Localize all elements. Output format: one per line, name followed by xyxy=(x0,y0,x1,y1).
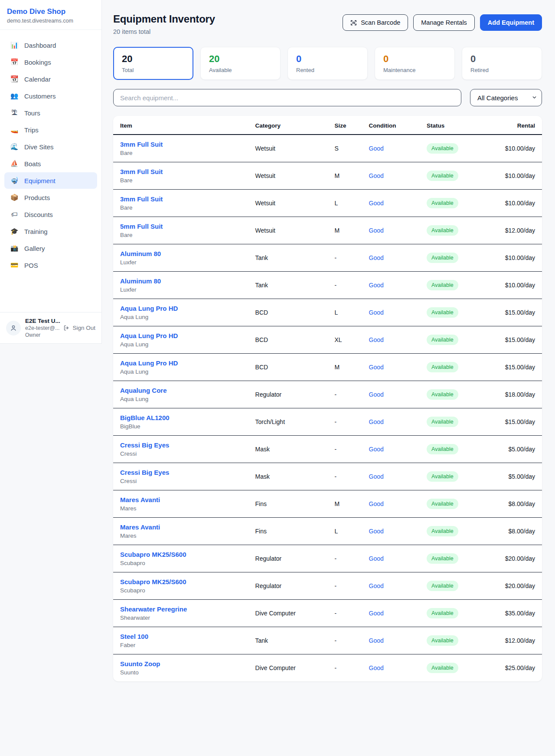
bookings-icon: 📅 xyxy=(10,58,19,66)
sidebar-item-label: Trips xyxy=(24,126,39,134)
item-link[interactable]: Aqua Lung Pro HD xyxy=(120,305,242,312)
item-link[interactable]: Cressi Big Eyes xyxy=(120,469,242,476)
sign-out-icon xyxy=(63,325,70,331)
size-cell: - xyxy=(328,436,362,463)
sidebar-item-gallery[interactable]: 📸Gallery xyxy=(4,240,97,256)
table-row: Aluminum 80LuxferTank-GoodAvailable$10.0… xyxy=(113,272,542,299)
products-icon: 📦 xyxy=(10,194,19,201)
item-link[interactable]: Shearwater Peregrine xyxy=(120,605,242,613)
condition-link[interactable]: Good xyxy=(362,600,420,627)
table-row: Aqua Lung Pro HDAqua LungBCDLGoodAvailab… xyxy=(113,299,542,326)
item-link[interactable]: Steel 100 xyxy=(120,633,242,640)
item-link[interactable]: Mares Avanti xyxy=(120,496,242,503)
sidebar-item-products[interactable]: 📦Products xyxy=(4,189,97,206)
status-cell: Available xyxy=(420,217,480,244)
table-row: Shearwater PeregrineShearwaterDive Compu… xyxy=(113,600,542,627)
sidebar-item-dashboard[interactable]: 📊Dashboard xyxy=(4,37,97,53)
column-header-category: Category xyxy=(248,116,328,135)
sidebar-item-tours[interactable]: 🏝Tours xyxy=(4,105,97,121)
sign-out-button[interactable]: Sign Out xyxy=(63,325,95,331)
rental-cell: $20.00/day xyxy=(480,572,542,600)
condition-link[interactable]: Good xyxy=(362,490,420,518)
condition-link[interactable]: Good xyxy=(362,272,420,299)
condition-link[interactable]: Good xyxy=(362,381,420,408)
category-cell: Torch/Light xyxy=(248,408,328,436)
rental-cell: $10.00/day xyxy=(480,272,542,299)
sidebar-item-bookings[interactable]: 📅Bookings xyxy=(4,54,97,70)
table-row: Aqua Lung Pro HDAqua LungBCDXLGoodAvaila… xyxy=(113,326,542,354)
item-link[interactable]: Aqua Lung Pro HD xyxy=(120,359,242,367)
condition-link[interactable]: Good xyxy=(362,190,420,217)
item-link[interactable]: Suunto Zoop xyxy=(120,660,242,667)
condition-link[interactable]: Good xyxy=(362,627,420,654)
sidebar-nav: 📊Dashboard📅Bookings📆Calendar👥Customers🏝T… xyxy=(0,30,101,312)
item-link[interactable]: 3mm Full Suit xyxy=(120,141,242,148)
equipment-table-card: ItemCategorySizeConditionStatusRental 3m… xyxy=(113,116,542,681)
item-link[interactable]: 3mm Full Suit xyxy=(120,195,242,203)
condition-link[interactable]: Good xyxy=(362,545,420,572)
condition-link[interactable]: Good xyxy=(362,518,420,545)
condition-link[interactable]: Good xyxy=(362,436,420,463)
item-link[interactable]: Aluminum 80 xyxy=(120,277,242,285)
sidebar-item-boats[interactable]: ⛵Boats xyxy=(4,155,97,172)
sidebar: Demo Dive Shop demo.test.divestreams.com… xyxy=(0,0,102,344)
table-row: Aqualung CoreAqua LungRegulator-GoodAvai… xyxy=(113,381,542,408)
category-cell: Tank xyxy=(248,272,328,299)
condition-link[interactable]: Good xyxy=(362,654,420,682)
item-link[interactable]: Scubapro MK25/S600 xyxy=(120,551,242,558)
item-link[interactable]: Scubapro MK25/S600 xyxy=(120,578,242,585)
sidebar-item-customers[interactable]: 👥Customers xyxy=(4,88,97,104)
rental-cell: $15.00/day xyxy=(480,326,542,354)
manage-rentals-button[interactable]: Manage Rentals xyxy=(413,14,475,31)
add-equipment-button[interactable]: Add Equipment xyxy=(480,14,542,31)
stat-card-available[interactable]: 20Available xyxy=(200,47,281,80)
stat-card-total[interactable]: 20Total xyxy=(113,47,193,80)
sidebar-item-equipment[interactable]: 🤿Equipment xyxy=(4,172,97,189)
item-link[interactable]: Aqualung Core xyxy=(120,387,242,394)
sidebar-item-dive-sites[interactable]: 🌊Dive Sites xyxy=(4,138,97,155)
item-brand: Shearwater xyxy=(120,615,242,621)
sidebar-item-pos[interactable]: 💳POS xyxy=(4,257,97,273)
size-cell: - xyxy=(328,463,362,490)
condition-link[interactable]: Good xyxy=(362,135,420,162)
status-badge: Available xyxy=(427,663,458,673)
condition-link[interactable]: Good xyxy=(362,217,420,244)
rental-cell: $8.00/day xyxy=(480,518,542,545)
item-brand: Bare xyxy=(120,177,242,184)
item-cell: Suunto ZoopSuunto xyxy=(113,654,248,682)
category-select[interactable]: All Categories xyxy=(470,89,542,106)
stat-card-rented[interactable]: 0Rented xyxy=(287,47,368,80)
table-row: 3mm Full SuitBareWetsuitMGoodAvailable$1… xyxy=(113,162,542,190)
stat-label: Retired xyxy=(470,67,533,73)
condition-link[interactable]: Good xyxy=(362,572,420,600)
condition-link[interactable]: Good xyxy=(362,299,420,326)
item-link[interactable]: Aluminum 80 xyxy=(120,250,242,257)
stat-value: 0 xyxy=(383,53,446,65)
sidebar-item-discounts[interactable]: 🏷Discounts xyxy=(4,206,97,223)
search-input[interactable] xyxy=(113,89,461,106)
item-link[interactable]: 3mm Full Suit xyxy=(120,168,242,175)
status-badge: Available xyxy=(427,471,458,482)
condition-link[interactable]: Good xyxy=(362,463,420,490)
stat-card-maintenance[interactable]: 0Maintenance xyxy=(375,47,455,80)
sidebar-item-calendar[interactable]: 📆Calendar xyxy=(4,71,97,87)
status-cell: Available xyxy=(420,572,480,600)
item-link[interactable]: 5mm Full Suit xyxy=(120,223,242,230)
item-link[interactable]: Cressi Big Eyes xyxy=(120,441,242,449)
scan-barcode-button[interactable]: Scan Barcode xyxy=(343,14,408,31)
item-link[interactable]: BigBlue AL1200 xyxy=(120,414,242,421)
condition-link[interactable]: Good xyxy=(362,326,420,354)
condition-link[interactable]: Good xyxy=(362,162,420,190)
stat-card-retired[interactable]: 0Retired xyxy=(462,47,542,80)
condition-link[interactable]: Good xyxy=(362,354,420,381)
category-cell: Dive Computer xyxy=(248,654,328,682)
equipment-table: ItemCategorySizeConditionStatusRental 3m… xyxy=(113,116,542,681)
item-link[interactable]: Aqua Lung Pro HD xyxy=(120,332,242,339)
sidebar-item-training[interactable]: 🎓Training xyxy=(4,223,97,240)
item-link[interactable]: Mares Avanti xyxy=(120,523,242,531)
condition-link[interactable]: Good xyxy=(362,408,420,436)
status-badge: Available xyxy=(427,171,458,181)
brand-title[interactable]: Demo Dive Shop xyxy=(7,7,95,16)
condition-link[interactable]: Good xyxy=(362,244,420,272)
sidebar-item-trips[interactable]: 🚤Trips xyxy=(4,122,97,138)
